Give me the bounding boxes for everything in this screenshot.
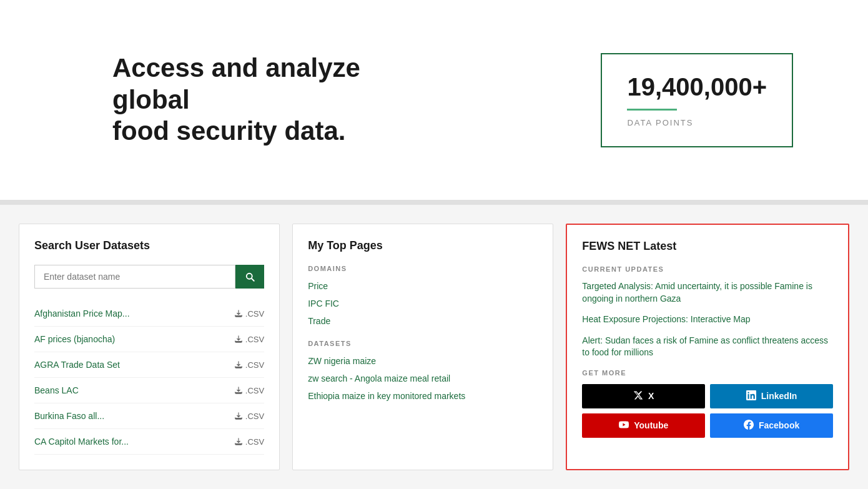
fews-title: FEWS NET Latest xyxy=(582,240,833,253)
top-dataset-link[interactable]: zw search - Angola maize meal retail xyxy=(308,370,538,387)
facebook-icon xyxy=(744,420,754,432)
dataset-name[interactable]: AF prices (bjanocha) xyxy=(34,334,115,344)
update-link[interactable]: Alert: Sudan faces a risk of Famine as c… xyxy=(582,335,833,359)
domains-label: DOMAINS xyxy=(308,265,538,272)
update-link[interactable]: Heat Exposure Projections: Interactive M… xyxy=(582,314,833,326)
current-updates-label: CURRENT UPDATES xyxy=(582,265,833,273)
facebook-label: Facebook xyxy=(759,420,799,430)
top-datasets-list: ZW nigeria maizezw search - Angola maize… xyxy=(308,352,538,405)
stat-label: DATA POINTS xyxy=(627,118,767,127)
search-button[interactable] xyxy=(235,265,264,289)
top-dataset-link[interactable]: Ethiopia maize in key monitored markets xyxy=(308,387,538,405)
youtube-label: Youtube xyxy=(634,420,668,430)
search-icon xyxy=(244,271,255,282)
dataset-row: Afghanistan Price Map... .CSV xyxy=(34,301,264,327)
stat-number: 19,400,000+ xyxy=(627,73,767,101)
youtube-button[interactable]: Youtube xyxy=(582,413,705,438)
hero-title: Access and analyze global food security … xyxy=(112,52,437,147)
linkedin-icon xyxy=(746,390,756,402)
csv-badge[interactable]: .CSV xyxy=(234,412,264,421)
facebook-button[interactable]: Facebook xyxy=(710,413,833,438)
top-dataset-link[interactable]: ZW nigeria maize xyxy=(308,352,538,370)
csv-badge[interactable]: .CSV xyxy=(234,386,264,395)
linkedin-label: LinkedIn xyxy=(761,391,797,401)
update-link[interactable]: Targeted Analysis: Amid uncertainty, it … xyxy=(582,280,833,305)
top-pages-title: My Top Pages xyxy=(308,239,538,252)
csv-badge[interactable]: .CSV xyxy=(234,437,264,447)
social-grid: XLinkedInYoutubeFacebook xyxy=(582,384,833,438)
dataset-name[interactable]: AGRA Trade Data Set xyxy=(34,360,120,370)
search-input[interactable] xyxy=(34,265,235,289)
search-panel-title: Search User Datasets xyxy=(34,239,264,252)
main-content: Search User Datasets Afghanistan Price M… xyxy=(0,205,868,489)
updates-list: Targeted Analysis: Amid uncertainty, it … xyxy=(582,280,833,359)
linkedin-button[interactable]: LinkedIn xyxy=(710,384,833,408)
domain-link[interactable]: IPC FIC xyxy=(308,295,538,312)
dataset-name[interactable]: Afghanistan Price Map... xyxy=(34,309,130,319)
dataset-row: Beans LAC .CSV xyxy=(34,378,264,403)
hero-section: Access and analyze global food security … xyxy=(0,0,868,200)
search-input-row xyxy=(34,265,264,289)
section-divider xyxy=(0,200,868,205)
download-icon xyxy=(234,412,243,420)
dataset-row: AGRA Trade Data Set .CSV xyxy=(34,352,264,378)
csv-badge[interactable]: .CSV xyxy=(234,360,264,370)
domains-list: PriceIPC FICTrade xyxy=(308,277,538,330)
dataset-row: AF prices (bjanocha) .CSV xyxy=(34,327,264,352)
dataset-name[interactable]: Burkina Faso all... xyxy=(34,411,104,421)
fews-panel: FEWS NET Latest CURRENT UPDATES Targeted… xyxy=(566,224,849,470)
twitter-label: X xyxy=(648,391,654,401)
domain-link[interactable]: Trade xyxy=(308,312,538,330)
download-icon xyxy=(234,309,243,318)
search-panel: Search User Datasets Afghanistan Price M… xyxy=(19,224,280,470)
datasets-label: DATASETS xyxy=(308,340,538,347)
csv-badge[interactable]: .CSV xyxy=(234,335,264,344)
dataset-list: Afghanistan Price Map... .CSV AF prices … xyxy=(34,301,264,455)
stat-card: 19,400,000+ DATA POINTS xyxy=(601,53,793,147)
dataset-row: Burkina Faso all... .CSV xyxy=(34,403,264,429)
download-icon xyxy=(234,360,243,369)
download-icon xyxy=(234,386,243,395)
twitter-button[interactable]: X xyxy=(582,384,705,408)
hero-text: Access and analyze global food security … xyxy=(112,52,437,147)
dataset-name[interactable]: CA Capitol Markets for... xyxy=(34,437,129,447)
domain-link[interactable]: Price xyxy=(308,277,538,295)
youtube-icon xyxy=(619,420,629,432)
dataset-row: CA Capitol Markets for... .CSV xyxy=(34,429,264,455)
download-icon xyxy=(234,437,243,446)
top-pages-panel: My Top Pages DOMAINS PriceIPC FICTrade D… xyxy=(292,224,553,470)
download-icon xyxy=(234,335,243,343)
twitter-icon xyxy=(633,390,643,402)
csv-badge[interactable]: .CSV xyxy=(234,309,264,319)
get-more-label: GET MORE xyxy=(582,369,833,377)
stat-divider xyxy=(627,109,677,111)
dataset-name[interactable]: Beans LAC xyxy=(34,385,79,395)
